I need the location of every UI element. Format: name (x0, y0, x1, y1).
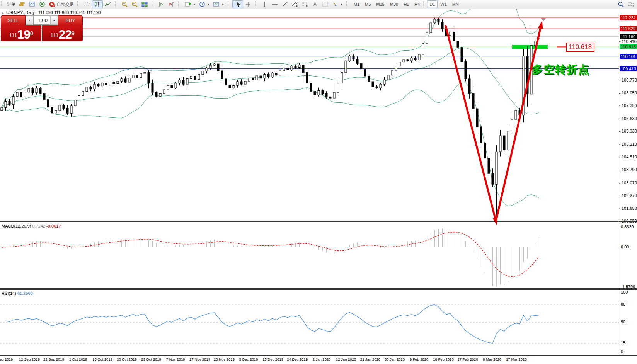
date-axis-label: 29 Oct 2019 (141, 357, 161, 361)
buy-price-big: 22 (58, 29, 72, 40)
indicators-icon[interactable]: ▼ (183, 1, 197, 8)
date-axis-label: 17 Nov 2019 (189, 357, 210, 361)
volume-increase-button[interactable]: ▲ (50, 16, 58, 25)
symbol-marker-icon: ▸ (2, 11, 4, 15)
timeframe-group: M1 M5 M15 M30 H1 H4 D1 W1 MN (350, 0, 463, 9)
price-axis-tick-label: 108.050 (622, 90, 637, 95)
volume-decrease-button[interactable]: ▼ (26, 16, 33, 25)
chat-icon[interactable] (626, 1, 636, 8)
market-watch-icon[interactable] (37, 1, 47, 8)
periods-icon[interactable]: ▼ (197, 1, 211, 8)
sell-price-sup: 0 (30, 26, 33, 40)
macd-axis-max: 0.8339 (621, 225, 634, 229)
date-axis-label: 1 Oct 2019 (69, 357, 87, 361)
tab-timeframe-h1[interactable]: H1 (401, 0, 412, 8)
cursor-tool-icon[interactable] (232, 0, 243, 8)
zoom-in-icon[interactable] (119, 1, 129, 8)
rsi-axis-level: 15 (621, 340, 625, 345)
text-tool-icon[interactable]: A (310, 1, 320, 8)
search-icon[interactable] (616, 1, 626, 8)
toolbar-separator (152, 1, 154, 7)
price-level-badge: 110.101 (620, 54, 637, 59)
horizontal-line-tool-icon[interactable] (270, 1, 280, 8)
toolbar: 订单 自动交易 (0, 0, 637, 9)
macd-axis-zero: 0.00 (621, 245, 629, 249)
price-level-label-box[interactable]: 110.618 (566, 43, 594, 52)
toolbar-separator (115, 1, 118, 7)
date-axis-label: 15 Dec 2019 (262, 357, 283, 361)
vertical-line-tool-icon[interactable] (260, 1, 270, 8)
date-axis-label: 27 Feb 2020 (457, 357, 478, 361)
rsi-axis-level: 80 (621, 302, 625, 306)
text-label-tool-icon[interactable]: T (320, 1, 330, 8)
tab-timeframe-d1[interactable]: D1 (427, 0, 438, 8)
price-axis-tick-label: 107.350 (622, 103, 637, 108)
price-axis-tick-label: 104.510 (622, 155, 637, 159)
toolbar-separator (77, 1, 80, 7)
fibonacci-tool-icon[interactable]: F (300, 1, 310, 8)
price-axis-tick-label: 100.950 (622, 219, 637, 223)
new-order-button[interactable]: 订单 (5, 1, 17, 8)
auto-scroll-icon[interactable] (156, 1, 166, 8)
chart-shift-icon[interactable] (166, 1, 176, 8)
tab-timeframe-w1[interactable]: W1 (438, 0, 450, 8)
line-chart-icon[interactable] (103, 1, 113, 8)
tile-windows-icon[interactable] (140, 1, 150, 8)
svg-text:E: E (296, 5, 298, 7)
tab-timeframe-m30[interactable]: M30 (387, 0, 401, 8)
sell-price-big: 19 (17, 29, 30, 40)
date-axis-label: 9 Feb 2020 (410, 357, 428, 361)
trendline-tool-icon[interactable] (280, 1, 290, 8)
toolbar-separator (255, 1, 258, 7)
date-axis-label: 8 Mar 2020 (483, 357, 501, 361)
macd-axis-min: -1.5799 (621, 284, 635, 289)
tab-timeframe-m1[interactable]: M1 (351, 0, 362, 8)
mt4-window: 订单 自动交易 (0, 0, 637, 364)
tab-timeframe-m15[interactable]: M15 (373, 0, 387, 8)
svg-text:A: A (313, 2, 317, 7)
arrows-tool-icon[interactable]: ▼ (330, 1, 344, 8)
date-axis-label: 24 Dec 2019 (287, 357, 308, 361)
price-axis-tick-label: 110.910 (622, 39, 637, 44)
date-axis-label: Sep 2019 (0, 357, 13, 361)
price-level-badge: 109.413 (620, 66, 637, 71)
rsi-indicator-label: RSI(14) 61.2560 (2, 291, 33, 296)
price-axis-tick-label: 105.210 (622, 142, 637, 146)
toolbar-drag-handle[interactable] (1, 1, 3, 7)
rsi-axis-level: 100 (621, 290, 628, 294)
svg-text:T: T (324, 2, 326, 7)
gold-symbols-icon[interactable] (17, 1, 27, 8)
profiles-icon[interactable] (27, 1, 37, 8)
date-axis-label: 12 Sep 2019 (19, 357, 40, 361)
sell-price-display[interactable]: 111 19 0 (1, 25, 41, 41)
candlestick-chart-icon[interactable] (92, 0, 103, 8)
price-axis-tick-label: 106.630 (622, 116, 637, 121)
date-axis-label: 30 Jan 2020 (385, 357, 405, 361)
price-level-badge: 110.618 (620, 44, 637, 49)
buy-price-main: 111 (50, 30, 58, 40)
symbol-ohlc-values: 111.096 111.668 110.741 111.190 (38, 10, 101, 15)
one-click-trading-panel: SELL ▼ 1.00 ▲ BUY 111 19 0 111 22 9 (1, 15, 83, 41)
autotrading-button[interactable]: 自动交易 (47, 1, 75, 8)
bar-chart-icon[interactable] (82, 1, 92, 8)
toolbar-separator (228, 1, 230, 7)
buy-price-display[interactable]: 111 22 9 (42, 25, 83, 41)
tab-timeframe-mn[interactable]: MN (450, 0, 462, 8)
tab-timeframe-h4[interactable]: H4 (412, 0, 422, 8)
zoom-out-icon[interactable] (129, 1, 140, 8)
price-axis-tick-label: 102.370 (622, 193, 637, 198)
price-axis-tick-label: 101.650 (622, 206, 637, 211)
templates-icon[interactable]: ▼ (211, 1, 226, 8)
symbol-name: USDJPY-,Daily (6, 10, 35, 15)
date-axis-label: 7 Nov 2019 (166, 357, 185, 361)
tab-timeframe-m5[interactable]: M5 (362, 0, 373, 8)
crosshair-tool-icon[interactable] (243, 1, 253, 8)
volume-input[interactable]: 1.00 (33, 16, 50, 25)
date-axis-label: 21 Jan 2020 (360, 357, 380, 361)
turning-point-annotation[interactable]: 多空转折点 (532, 62, 590, 77)
buy-button[interactable]: BUY (58, 15, 83, 25)
date-axis-label: 12 Jan 2020 (336, 357, 356, 361)
channel-tool-icon[interactable]: E (290, 1, 300, 8)
date-axis-label: 17 Mar 2020 (506, 357, 526, 361)
sell-button[interactable]: SELL (1, 15, 26, 25)
